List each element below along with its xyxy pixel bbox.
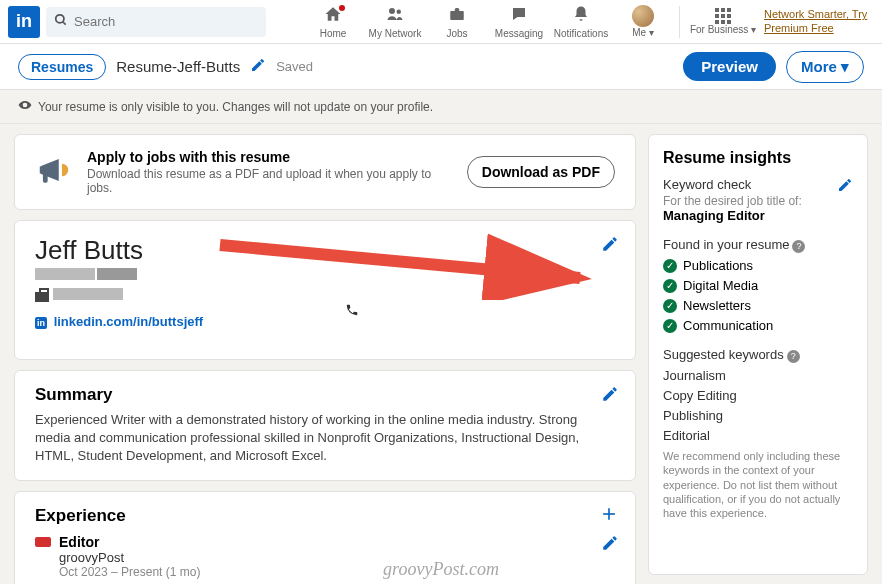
svg-point-2 xyxy=(389,8,395,14)
insights-panel: Resume insights Keyword check For the de… xyxy=(648,134,868,575)
linkedin-logo[interactable]: in xyxy=(8,6,40,38)
edit-keyword-pencil-icon[interactable] xyxy=(837,177,853,196)
search-icon xyxy=(54,13,68,31)
nav-business[interactable]: For Business ▾ xyxy=(688,8,758,35)
svg-line-1 xyxy=(63,21,66,24)
people-icon xyxy=(385,5,405,28)
pencil-icon[interactable] xyxy=(250,57,266,77)
keyword-check-section: Keyword check For the desired job title … xyxy=(663,177,853,223)
found-item: ✓Communication xyxy=(663,318,853,333)
check-icon: ✓ xyxy=(663,299,677,313)
premium-promo-link[interactable]: Network Smarter, Try Premium Free xyxy=(764,8,874,34)
suggested-item: Publishing xyxy=(663,408,853,423)
notification-badge xyxy=(337,3,347,13)
download-pdf-button[interactable]: Download as PDF xyxy=(467,156,615,188)
content-area: Apply to jobs with this resume Download … xyxy=(0,124,882,584)
nav-jobs[interactable]: Jobs xyxy=(429,5,485,39)
experience-title: Experience xyxy=(35,506,615,526)
help-icon[interactable]: ? xyxy=(787,350,800,363)
message-icon xyxy=(509,5,529,28)
edit-profile-pencil-icon[interactable] xyxy=(601,235,619,257)
nav-messaging[interactable]: Messaging xyxy=(491,5,547,39)
found-item: ✓Newsletters xyxy=(663,298,853,313)
suggested-item: Copy Editing xyxy=(663,388,853,403)
nav-notifications[interactable]: Notifications xyxy=(553,5,609,39)
company-logo-icon xyxy=(35,537,51,547)
avatar xyxy=(632,5,654,27)
summary-body: Experienced Writer with a demonstrated h… xyxy=(35,411,615,466)
sub-bar: Resumes Resume-Jeff-Butts Saved Preview … xyxy=(0,44,882,90)
found-item: ✓Digital Media xyxy=(663,278,853,293)
svg-rect-4 xyxy=(450,11,464,20)
nav-network[interactable]: My Network xyxy=(367,5,423,39)
apply-card: Apply to jobs with this resume Download … xyxy=(14,134,636,210)
search-box[interactable] xyxy=(46,7,266,37)
visibility-banner: Your resume is only visible to you. Chan… xyxy=(0,90,882,124)
more-button[interactable]: More ▾ xyxy=(786,51,864,83)
briefcase-icon xyxy=(447,5,467,28)
suggested-item: Editorial xyxy=(663,428,853,443)
help-icon[interactable]: ? xyxy=(792,240,805,253)
nav-home[interactable]: Home xyxy=(305,5,361,39)
briefcase-small-icon xyxy=(35,292,49,302)
apply-title: Apply to jobs with this resume xyxy=(87,149,453,165)
edit-summary-pencil-icon[interactable] xyxy=(601,385,619,407)
preview-button[interactable]: Preview xyxy=(683,52,776,81)
phone-icon xyxy=(345,303,359,321)
summary-card: Summary Experienced Writer with a demons… xyxy=(14,370,636,481)
profile-name: Jeff Butts xyxy=(35,235,615,266)
eye-icon xyxy=(18,98,32,115)
redacted-line-1 xyxy=(35,266,615,286)
experience-card: Experience Editor groovyPost Oct 2023 – … xyxy=(14,491,636,584)
saved-label: Saved xyxy=(276,59,313,74)
resumes-pill[interactable]: Resumes xyxy=(18,54,106,80)
bell-icon xyxy=(571,5,591,28)
resume-name: Resume-Jeff-Butts xyxy=(116,58,240,75)
found-section: Found in your resume? ✓Publications ✓Dig… xyxy=(663,237,853,333)
linkedin-url[interactable]: in linkedin.com/in/buttsjeff xyxy=(35,314,615,329)
suggested-item: Journalism xyxy=(663,368,853,383)
suggested-section: Suggested keywords? Journalism Copy Edit… xyxy=(663,347,853,520)
profile-card: Jeff Butts in linkedin.com/in/buttsjeff xyxy=(14,220,636,360)
left-column: Apply to jobs with this resume Download … xyxy=(14,134,636,575)
found-item: ✓Publications xyxy=(663,258,853,273)
svg-point-0 xyxy=(56,14,64,22)
apply-sub: Download this resume as a PDF and upload… xyxy=(87,167,453,195)
experience-item: Editor groovyPost Oct 2023 – Present (1 … xyxy=(35,534,615,579)
insights-title: Resume insights xyxy=(663,149,853,167)
check-icon: ✓ xyxy=(663,319,677,333)
top-nav: in Home My Network Jobs Messaging xyxy=(0,0,882,44)
megaphone-icon xyxy=(35,151,73,193)
summary-title: Summary xyxy=(35,385,615,405)
svg-rect-5 xyxy=(43,173,48,183)
apps-icon xyxy=(715,8,731,24)
check-icon: ✓ xyxy=(663,279,677,293)
linkedin-small-icon: in xyxy=(35,317,47,329)
add-experience-plus-icon[interactable] xyxy=(599,504,619,528)
suggested-note: We recommend only including these keywor… xyxy=(663,449,853,520)
svg-point-3 xyxy=(397,9,402,14)
divider xyxy=(679,6,680,38)
redacted-line-2 xyxy=(35,286,615,306)
nav-me[interactable]: Me ▾ xyxy=(615,5,671,38)
search-input[interactable] xyxy=(74,14,258,29)
check-icon: ✓ xyxy=(663,259,677,273)
